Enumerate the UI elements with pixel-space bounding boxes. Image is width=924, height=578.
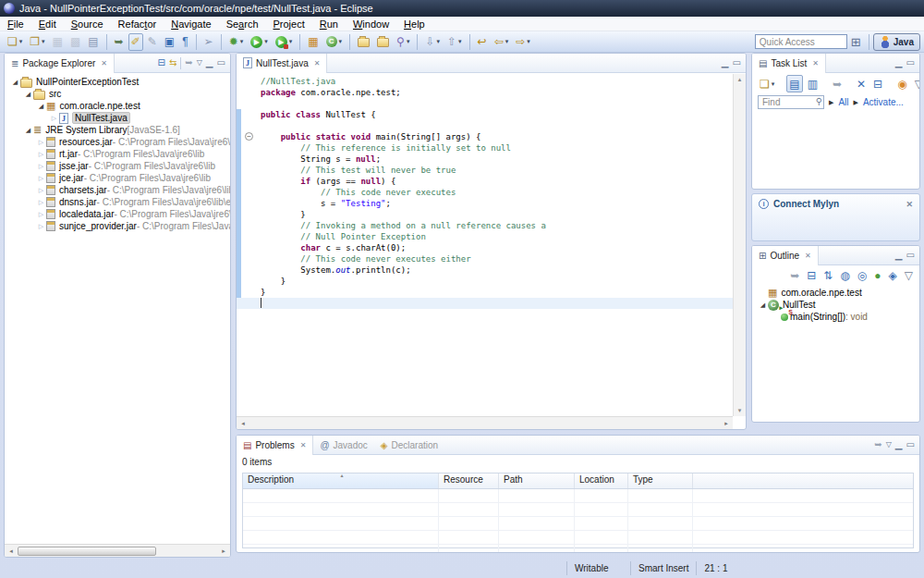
expander-icon[interactable]: ▷ bbox=[36, 163, 46, 170]
code-line[interactable]: // Null Pointer Exception bbox=[237, 231, 733, 242]
code-editor[interactable]: − //NullTest.javapackage com.oracle.npe.… bbox=[237, 74, 733, 416]
view-menu-icon[interactable]: ▽ bbox=[197, 58, 202, 68]
column-header-resource[interactable]: Resource bbox=[439, 473, 499, 488]
forward-icon[interactable]: ⇨▾ bbox=[513, 33, 533, 51]
expander-icon[interactable]: ◢ bbox=[23, 91, 33, 98]
close-icon[interactable]: ✕ bbox=[812, 59, 819, 68]
maximize-icon[interactable]: ▭ bbox=[733, 58, 741, 68]
column-header-location[interactable]: Location bbox=[575, 473, 628, 488]
run-external-tools-icon[interactable]: ▶▾ bbox=[273, 33, 296, 51]
close-icon[interactable]: ✕ bbox=[314, 59, 321, 68]
column-header-type[interactable]: Type bbox=[628, 473, 693, 488]
expander-icon[interactable]: ▷ bbox=[36, 175, 46, 182]
code-line[interactable] bbox=[237, 98, 733, 109]
code-line[interactable]: if (args == null) { bbox=[237, 176, 733, 187]
save-icon[interactable]: ▦ bbox=[50, 33, 66, 51]
tab-problems[interactable]: ▤ Problems ✕ bbox=[237, 436, 313, 455]
view-menu-icon[interactable]: ▽ bbox=[886, 440, 892, 449]
code-line[interactable]: System.out.println(c); bbox=[237, 264, 733, 276]
java-perspective-button[interactable]: Java bbox=[873, 33, 920, 51]
code-line[interactable]: } bbox=[237, 276, 733, 287]
expander-icon[interactable]: ◢ bbox=[36, 103, 46, 110]
tab-task-list[interactable]: ▤ Task List ✕ bbox=[752, 54, 826, 73]
code-line[interactable]: char c = s.charAt(0); bbox=[237, 242, 733, 253]
sort-icon[interactable]: ⇅ bbox=[821, 266, 835, 284]
menu-refactor[interactable]: Refactor bbox=[111, 17, 164, 31]
horizontal-scrollbar[interactable]: ◂ ▸ bbox=[237, 416, 733, 429]
code-line[interactable]: // This code never executes either bbox=[237, 253, 733, 264]
hide-non-public-icon[interactable]: ● bbox=[871, 266, 883, 284]
dropdown-arrow-icon[interactable]: ▾ bbox=[19, 38, 23, 45]
selection-arrow-icon[interactable]: ➢ bbox=[201, 33, 216, 51]
focus-icon[interactable]: ➥ bbox=[185, 58, 192, 68]
collapse-all-icon[interactable]: ⊟ bbox=[804, 266, 819, 284]
scroll-up-icon[interactable]: ▴ bbox=[738, 76, 742, 83]
code-line[interactable] bbox=[237, 298, 733, 309]
scroll-left-icon[interactable]: ◂ bbox=[5, 547, 18, 555]
dropdown-arrow-icon[interactable]: ▾ bbox=[436, 38, 440, 45]
tree-item[interactable]: ◢CNullTest bbox=[752, 299, 919, 311]
view-menu-icon[interactable]: ▽ bbox=[912, 75, 920, 92]
debug-icon[interactable]: ✹▾ bbox=[226, 33, 247, 51]
scroll-down-icon[interactable]: ▾ bbox=[738, 407, 742, 414]
close-icon[interactable]: ✕ bbox=[101, 59, 107, 68]
dropdown-arrow-icon[interactable]: ▾ bbox=[772, 80, 775, 88]
menu-edit[interactable]: Edit bbox=[31, 17, 64, 31]
collapse-all-icon[interactable]: ⊟ bbox=[870, 75, 885, 92]
code-line[interactable]: public class NullTest { bbox=[237, 109, 733, 120]
quick-access-input[interactable] bbox=[755, 34, 847, 49]
code-line[interactable]: public static void main(String[] args) { bbox=[237, 131, 733, 142]
menu-file[interactable]: File bbox=[0, 17, 31, 31]
code-line[interactable]: // This reference is initially set to nu… bbox=[237, 142, 733, 154]
tree-item[interactable]: ◢NullPointerExceptionTest bbox=[5, 76, 230, 88]
previous-annotation-icon[interactable]: ⇧▾ bbox=[444, 33, 465, 51]
tab-javadoc[interactable]: @ Javadoc bbox=[313, 436, 373, 455]
tree-item[interactable]: ◢≣JRE System Library [JavaSE-1.6] bbox=[5, 124, 230, 136]
activate-link[interactable]: Activate... bbox=[863, 97, 904, 107]
task-repositories-icon[interactable]: ◉ bbox=[894, 75, 909, 92]
hide-fields-icon[interactable]: ◍ bbox=[837, 266, 852, 284]
show-whitespace-icon[interactable]: ¶ bbox=[179, 33, 190, 51]
expander-icon[interactable]: ▷ bbox=[36, 211, 46, 218]
new-wizard-icon[interactable]: ❏▾ bbox=[5, 33, 25, 51]
new-task-icon[interactable]: ❏▾ bbox=[757, 75, 777, 92]
tree-item[interactable]: main(String[]) : void bbox=[752, 311, 919, 323]
expander-icon[interactable]: ▷ bbox=[36, 151, 46, 158]
expander-icon[interactable]: ◢ bbox=[23, 127, 33, 134]
tree-item[interactable]: ▷resources.jar - C:\Program Files\Java\j… bbox=[5, 136, 230, 148]
hide-static-members-icon[interactable]: ◎ bbox=[855, 266, 869, 284]
tab-declaration[interactable]: ◈ Declaration bbox=[374, 436, 444, 455]
tab-outline[interactable]: ⊞ Outline ✕ bbox=[752, 246, 819, 265]
dropdown-arrow-icon[interactable]: ▾ bbox=[264, 38, 268, 45]
tree-item[interactable]: ▷charsets.jar - C:\Program Files\Java\jr… bbox=[5, 184, 230, 196]
maximize-icon[interactable]: ▭ bbox=[906, 58, 915, 68]
new-java-class-icon[interactable]: C▾ bbox=[323, 33, 346, 51]
dropdown-arrow-icon[interactable]: ▾ bbox=[42, 38, 45, 45]
back-icon[interactable]: ⇦▾ bbox=[492, 33, 512, 51]
tree-item[interactable]: ◢▦com.oracle.npe.test bbox=[5, 100, 230, 112]
last-edit-location-icon[interactable]: ↩ bbox=[475, 33, 490, 51]
menu-project[interactable]: Project bbox=[266, 17, 312, 31]
view-menu-icon[interactable]: ▽ bbox=[902, 266, 916, 284]
dropdown-arrow-icon[interactable]: ▾ bbox=[527, 38, 530, 45]
dropdown-arrow-icon[interactable]: ▾ bbox=[505, 38, 509, 45]
code-line[interactable]: package com.oracle.npe.test; bbox=[237, 87, 733, 98]
categorized-view-icon[interactable]: ▤ bbox=[786, 75, 802, 92]
expander-icon[interactable]: ▷ bbox=[36, 187, 46, 194]
maximize-icon[interactable]: ▭ bbox=[217, 58, 225, 68]
minimize-icon[interactable]: ▁ bbox=[722, 58, 729, 68]
open-perspective-icon[interactable]: ⊞ bbox=[851, 35, 861, 49]
next-annotation-icon[interactable]: ⇩▾ bbox=[422, 33, 443, 51]
import-icon[interactable] bbox=[355, 33, 372, 51]
mark-occurrences-icon[interactable]: ✐ bbox=[128, 33, 143, 51]
expander-icon[interactable]: ◢ bbox=[758, 301, 768, 309]
code-line[interactable]: // Invoking a method on a null reference… bbox=[237, 220, 733, 231]
menu-navigate[interactable]: Navigate bbox=[164, 17, 218, 31]
scroll-left-icon[interactable]: ◂ bbox=[237, 420, 249, 427]
menu-run[interactable]: Run bbox=[312, 17, 346, 31]
minimize-icon[interactable]: ▁ bbox=[895, 440, 903, 449]
open-task-icon[interactable]: ➥ bbox=[112, 33, 127, 51]
menu-search[interactable]: Search bbox=[219, 17, 266, 31]
expander-icon[interactable]: ▷ bbox=[49, 115, 59, 122]
scroll-right-icon[interactable]: ▸ bbox=[217, 547, 230, 555]
